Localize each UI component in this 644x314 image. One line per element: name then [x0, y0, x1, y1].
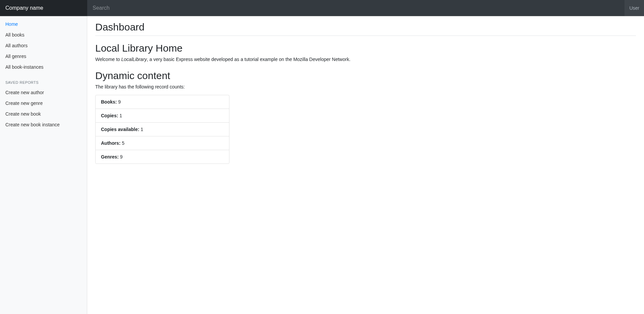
- record-value: 9: [118, 99, 121, 105]
- main-content: Dashboard Local Library Home Welcome to …: [87, 16, 644, 169]
- home-title: Local Library Home: [95, 43, 636, 54]
- sidebar-nav-primary: Home All books All authors All genres Al…: [0, 19, 87, 72]
- top-header: Company name User: [0, 0, 644, 16]
- record-value: 9: [120, 154, 123, 160]
- sidebar-item-create-genre[interactable]: Create new genre: [0, 98, 87, 109]
- record-value: 5: [122, 140, 124, 146]
- sidebar-item-all-genres[interactable]: All genres: [0, 51, 87, 62]
- sidebar-item-home[interactable]: Home: [0, 19, 87, 29]
- sidebar-nav-actions: Create new author Create new genre Creat…: [0, 87, 87, 130]
- record-label: Authors:: [101, 140, 120, 146]
- list-item: Genres: 9: [96, 150, 229, 164]
- list-item: Copies: 1: [96, 109, 229, 123]
- sidebar-item-create-book-instance[interactable]: Create new book instance: [0, 119, 87, 130]
- dynamic-content-title: Dynamic content: [95, 70, 636, 81]
- record-label: Books:: [101, 99, 117, 105]
- search-area: [87, 0, 625, 16]
- welcome-em: LocalLibrary: [121, 57, 147, 62]
- welcome-prefix: Welcome to: [95, 57, 121, 62]
- welcome-suffix: , a very basic Express website developed…: [147, 57, 351, 62]
- sidebar: Home All books All authors All genres Al…: [0, 16, 87, 169]
- record-value: 1: [141, 127, 143, 132]
- welcome-text: Welcome to LocalLibrary, a very basic Ex…: [95, 57, 636, 62]
- sidebar-item-create-book[interactable]: Create new book: [0, 109, 87, 119]
- search-input[interactable]: [87, 0, 625, 16]
- page-title: Dashboard: [95, 21, 636, 36]
- records-intro: The library has the following record cou…: [95, 84, 636, 89]
- brand-label[interactable]: Company name: [0, 0, 87, 16]
- record-label: Copies:: [101, 113, 118, 118]
- sidebar-item-all-book-instances[interactable]: All book-instances: [0, 62, 87, 72]
- list-item: Books: 9: [96, 95, 229, 109]
- sidebar-section-heading: Saved reports: [0, 78, 87, 87]
- record-value: 1: [119, 113, 122, 118]
- sidebar-item-create-author[interactable]: Create new author: [0, 87, 87, 98]
- sidebar-item-all-books[interactable]: All books: [0, 29, 87, 40]
- records-list: Books: 9 Copies: 1 Copies available: 1 A…: [95, 95, 229, 164]
- sidebar-item-all-authors[interactable]: All authors: [0, 40, 87, 51]
- user-menu[interactable]: User: [625, 0, 644, 16]
- record-label: Genres:: [101, 154, 119, 160]
- record-label: Copies available:: [101, 127, 139, 132]
- list-item: Copies available: 1: [96, 123, 229, 136]
- list-item: Authors: 5: [96, 136, 229, 150]
